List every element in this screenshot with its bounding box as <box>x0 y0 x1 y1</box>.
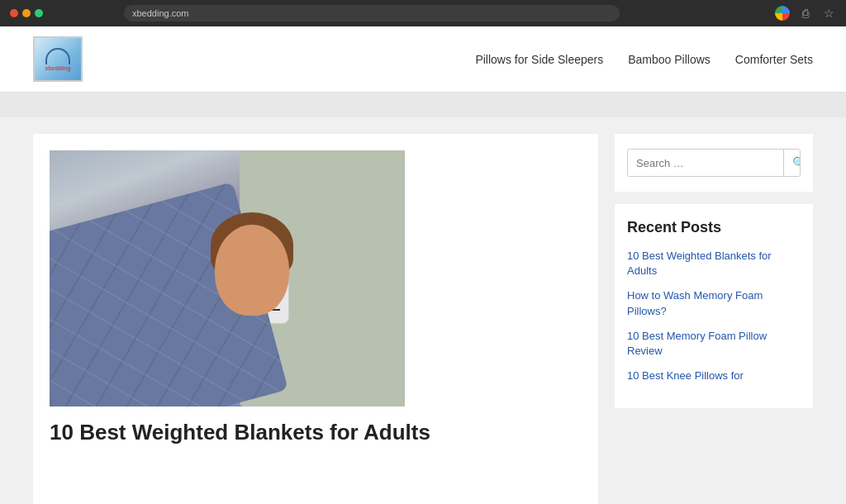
featured-image <box>50 150 405 407</box>
recent-post-3[interactable]: 10 Best Memory Foam Pillow Review <box>627 329 801 359</box>
close-window-dot[interactable] <box>10 9 18 17</box>
person-face <box>215 225 289 316</box>
nav-comforter-sets[interactable]: Comforter Sets <box>735 53 813 66</box>
url-text: xbedding.com <box>132 8 189 18</box>
search-button[interactable]: 🔍 <box>783 150 801 176</box>
recent-posts-widget: Recent Posts 10 Best Weighted Blankets f… <box>615 204 813 408</box>
recent-post-2[interactable]: How to Wash Memory Foam Pillows? <box>627 288 801 318</box>
browser-chrome: xbedding.com ⎙ ☆ <box>0 0 846 26</box>
nav-bamboo-pillows[interactable]: Bamboo Pillows <box>628 53 711 66</box>
nav-pillows-side-sleepers[interactable]: Pillows for Side Sleepers <box>475 53 603 66</box>
recent-posts-title: Recent Posts <box>627 219 801 236</box>
content-area: 10 Best Weighted Blankets for Adults <box>33 134 598 504</box>
recent-post-4[interactable]: 10 Best Knee Pillows for <box>627 368 801 383</box>
article-title: 10 Best Weighted Blankets for Adults <box>50 419 582 447</box>
minimize-window-dot[interactable] <box>22 9 31 17</box>
sidebar: 🔍 Recent Posts 10 Best Weighted Blankets… <box>615 134 813 504</box>
google-icon[interactable] <box>775 6 790 21</box>
maximize-window-dot[interactable] <box>35 9 43 17</box>
person-illustration <box>50 183 405 407</box>
share-icon[interactable]: ⎙ <box>798 6 813 21</box>
bookmark-icon[interactable]: ☆ <box>821 6 836 21</box>
search-input[interactable] <box>628 150 783 176</box>
main-wrapper: 10 Best Weighted Blankets for Adults 🔍 R… <box>0 117 846 504</box>
recent-post-1[interactable]: 10 Best Weighted Blankets for Adults <box>627 249 801 278</box>
site-header: xbedding Pillows for Side Sleepers Bambo… <box>0 26 846 93</box>
search-input-wrap: 🔍 <box>627 149 801 177</box>
window-controls <box>10 9 43 17</box>
logo-arch <box>45 48 70 64</box>
address-bar[interactable]: xbedding.com <box>124 5 620 21</box>
site-logo[interactable]: xbedding <box>33 36 83 82</box>
browser-icon-group: ⎙ ☆ <box>775 6 836 21</box>
main-nav: Pillows for Side Sleepers Bamboo Pillows… <box>475 53 813 66</box>
search-box: 🔍 <box>615 134 813 192</box>
gray-band <box>0 93 846 117</box>
logo-text: xbedding <box>45 65 70 71</box>
